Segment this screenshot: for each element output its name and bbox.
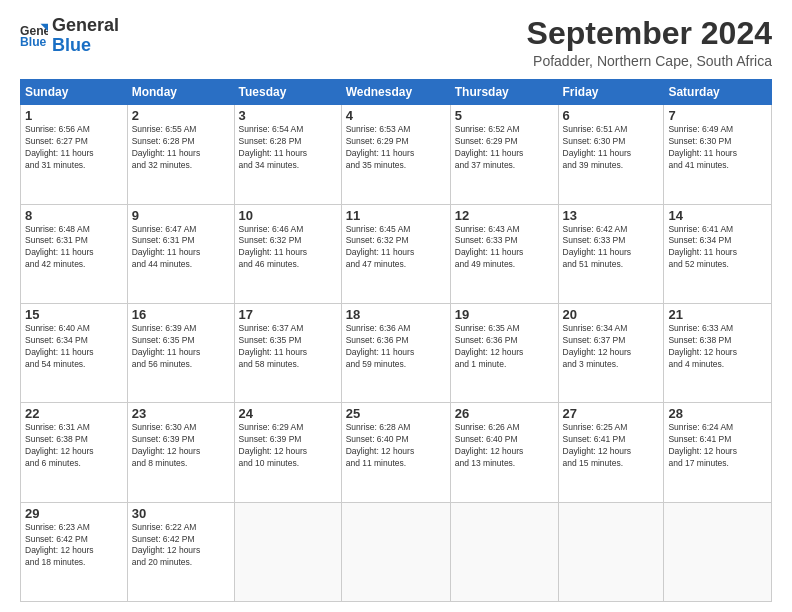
day-info: Sunrise: 6:55 AM Sunset: 6:28 PM Dayligh…: [132, 124, 230, 172]
day-cell: 29Sunrise: 6:23 AM Sunset: 6:42 PM Dayli…: [21, 502, 128, 601]
day-info: Sunrise: 6:49 AM Sunset: 6:30 PM Dayligh…: [668, 124, 767, 172]
day-cell: 20Sunrise: 6:34 AM Sunset: 6:37 PM Dayli…: [558, 303, 664, 402]
day-cell: 17Sunrise: 6:37 AM Sunset: 6:35 PM Dayli…: [234, 303, 341, 402]
col-wednesday: Wednesday: [341, 80, 450, 105]
day-info: Sunrise: 6:36 AM Sunset: 6:36 PM Dayligh…: [346, 323, 446, 371]
day-info: Sunrise: 6:25 AM Sunset: 6:41 PM Dayligh…: [563, 422, 660, 470]
day-number: 2: [132, 108, 230, 123]
col-friday: Friday: [558, 80, 664, 105]
day-cell: 15Sunrise: 6:40 AM Sunset: 6:34 PM Dayli…: [21, 303, 128, 402]
day-cell: 25Sunrise: 6:28 AM Sunset: 6:40 PM Dayli…: [341, 403, 450, 502]
day-number: 15: [25, 307, 123, 322]
day-info: Sunrise: 6:31 AM Sunset: 6:38 PM Dayligh…: [25, 422, 123, 470]
calendar-table: Sunday Monday Tuesday Wednesday Thursday…: [20, 79, 772, 602]
day-number: 11: [346, 208, 446, 223]
day-cell: 13Sunrise: 6:42 AM Sunset: 6:33 PM Dayli…: [558, 204, 664, 303]
day-info: Sunrise: 6:34 AM Sunset: 6:37 PM Dayligh…: [563, 323, 660, 371]
day-number: 26: [455, 406, 554, 421]
day-number: 29: [25, 506, 123, 521]
day-cell: 11Sunrise: 6:45 AM Sunset: 6:32 PM Dayli…: [341, 204, 450, 303]
day-number: 12: [455, 208, 554, 223]
day-info: Sunrise: 6:52 AM Sunset: 6:29 PM Dayligh…: [455, 124, 554, 172]
logo: General Blue General Blue: [20, 16, 119, 56]
day-cell: 4Sunrise: 6:53 AM Sunset: 6:29 PM Daylig…: [341, 105, 450, 204]
day-cell: 10Sunrise: 6:46 AM Sunset: 6:32 PM Dayli…: [234, 204, 341, 303]
month-title: September 2024: [527, 16, 772, 51]
day-info: Sunrise: 6:56 AM Sunset: 6:27 PM Dayligh…: [25, 124, 123, 172]
col-tuesday: Tuesday: [234, 80, 341, 105]
day-number: 25: [346, 406, 446, 421]
day-number: 7: [668, 108, 767, 123]
svg-text:Blue: Blue: [20, 35, 47, 49]
day-number: 6: [563, 108, 660, 123]
day-cell: 24Sunrise: 6:29 AM Sunset: 6:39 PM Dayli…: [234, 403, 341, 502]
day-info: Sunrise: 6:29 AM Sunset: 6:39 PM Dayligh…: [239, 422, 337, 470]
day-info: Sunrise: 6:23 AM Sunset: 6:42 PM Dayligh…: [25, 522, 123, 570]
day-cell: 19Sunrise: 6:35 AM Sunset: 6:36 PM Dayli…: [450, 303, 558, 402]
day-info: Sunrise: 6:43 AM Sunset: 6:33 PM Dayligh…: [455, 224, 554, 272]
day-info: Sunrise: 6:54 AM Sunset: 6:28 PM Dayligh…: [239, 124, 337, 172]
week-row-3: 15Sunrise: 6:40 AM Sunset: 6:34 PM Dayli…: [21, 303, 772, 402]
day-number: 18: [346, 307, 446, 322]
day-info: Sunrise: 6:33 AM Sunset: 6:38 PM Dayligh…: [668, 323, 767, 371]
day-info: Sunrise: 6:22 AM Sunset: 6:42 PM Dayligh…: [132, 522, 230, 570]
day-number: 9: [132, 208, 230, 223]
day-cell: 21Sunrise: 6:33 AM Sunset: 6:38 PM Dayli…: [664, 303, 772, 402]
day-info: Sunrise: 6:46 AM Sunset: 6:32 PM Dayligh…: [239, 224, 337, 272]
day-info: Sunrise: 6:45 AM Sunset: 6:32 PM Dayligh…: [346, 224, 446, 272]
day-info: Sunrise: 6:28 AM Sunset: 6:40 PM Dayligh…: [346, 422, 446, 470]
day-cell: 26Sunrise: 6:26 AM Sunset: 6:40 PM Dayli…: [450, 403, 558, 502]
day-cell: 7Sunrise: 6:49 AM Sunset: 6:30 PM Daylig…: [664, 105, 772, 204]
day-cell: 3Sunrise: 6:54 AM Sunset: 6:28 PM Daylig…: [234, 105, 341, 204]
day-number: 16: [132, 307, 230, 322]
day-info: Sunrise: 6:24 AM Sunset: 6:41 PM Dayligh…: [668, 422, 767, 470]
col-saturday: Saturday: [664, 80, 772, 105]
header-row: Sunday Monday Tuesday Wednesday Thursday…: [21, 80, 772, 105]
day-cell: 22Sunrise: 6:31 AM Sunset: 6:38 PM Dayli…: [21, 403, 128, 502]
title-block: September 2024 Pofadder, Northern Cape, …: [527, 16, 772, 69]
day-number: 1: [25, 108, 123, 123]
day-cell: [341, 502, 450, 601]
day-number: 23: [132, 406, 230, 421]
day-info: Sunrise: 6:26 AM Sunset: 6:40 PM Dayligh…: [455, 422, 554, 470]
day-number: 21: [668, 307, 767, 322]
day-cell: 12Sunrise: 6:43 AM Sunset: 6:33 PM Dayli…: [450, 204, 558, 303]
day-cell: 1Sunrise: 6:56 AM Sunset: 6:27 PM Daylig…: [21, 105, 128, 204]
day-number: 22: [25, 406, 123, 421]
day-cell: 5Sunrise: 6:52 AM Sunset: 6:29 PM Daylig…: [450, 105, 558, 204]
day-cell: 27Sunrise: 6:25 AM Sunset: 6:41 PM Dayli…: [558, 403, 664, 502]
col-monday: Monday: [127, 80, 234, 105]
day-info: Sunrise: 6:37 AM Sunset: 6:35 PM Dayligh…: [239, 323, 337, 371]
day-cell: 28Sunrise: 6:24 AM Sunset: 6:41 PM Dayli…: [664, 403, 772, 502]
col-thursday: Thursday: [450, 80, 558, 105]
week-row-4: 22Sunrise: 6:31 AM Sunset: 6:38 PM Dayli…: [21, 403, 772, 502]
day-cell: 6Sunrise: 6:51 AM Sunset: 6:30 PM Daylig…: [558, 105, 664, 204]
day-cell: 8Sunrise: 6:48 AM Sunset: 6:31 PM Daylig…: [21, 204, 128, 303]
day-cell: [664, 502, 772, 601]
day-info: Sunrise: 6:48 AM Sunset: 6:31 PM Dayligh…: [25, 224, 123, 272]
day-cell: 23Sunrise: 6:30 AM Sunset: 6:39 PM Dayli…: [127, 403, 234, 502]
page: General Blue General Blue September 2024…: [0, 0, 792, 612]
day-number: 28: [668, 406, 767, 421]
day-info: Sunrise: 6:39 AM Sunset: 6:35 PM Dayligh…: [132, 323, 230, 371]
day-number: 3: [239, 108, 337, 123]
day-number: 8: [25, 208, 123, 223]
logo-text: General Blue: [52, 16, 119, 56]
day-cell: 18Sunrise: 6:36 AM Sunset: 6:36 PM Dayli…: [341, 303, 450, 402]
week-row-5: 29Sunrise: 6:23 AM Sunset: 6:42 PM Dayli…: [21, 502, 772, 601]
location-title: Pofadder, Northern Cape, South Africa: [527, 53, 772, 69]
day-number: 5: [455, 108, 554, 123]
week-row-1: 1Sunrise: 6:56 AM Sunset: 6:27 PM Daylig…: [21, 105, 772, 204]
day-number: 24: [239, 406, 337, 421]
week-row-2: 8Sunrise: 6:48 AM Sunset: 6:31 PM Daylig…: [21, 204, 772, 303]
day-number: 4: [346, 108, 446, 123]
col-sunday: Sunday: [21, 80, 128, 105]
header: General Blue General Blue September 2024…: [20, 16, 772, 69]
day-number: 20: [563, 307, 660, 322]
day-cell: 9Sunrise: 6:47 AM Sunset: 6:31 PM Daylig…: [127, 204, 234, 303]
day-number: 13: [563, 208, 660, 223]
day-number: 27: [563, 406, 660, 421]
day-cell: [558, 502, 664, 601]
day-info: Sunrise: 6:51 AM Sunset: 6:30 PM Dayligh…: [563, 124, 660, 172]
day-cell: 14Sunrise: 6:41 AM Sunset: 6:34 PM Dayli…: [664, 204, 772, 303]
